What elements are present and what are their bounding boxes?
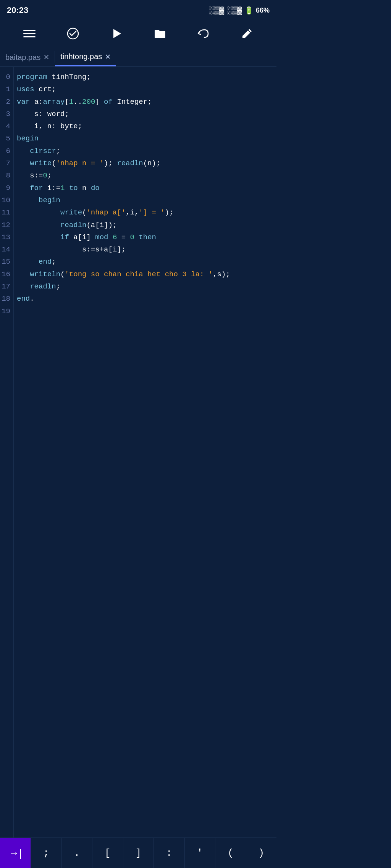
code-line-12: readln(a[i]); xyxy=(17,219,273,231)
code-line-14: s:=s+a[i]; xyxy=(17,243,273,256)
battery-icon: 🔋 xyxy=(244,6,254,15)
undo-button[interactable] xyxy=(195,25,212,42)
key-colon[interactable]: : xyxy=(153,838,184,868)
line-num-15: 15 xyxy=(0,256,13,268)
menu-icon xyxy=(23,27,36,40)
line-num-11: 11 xyxy=(0,206,13,219)
status-bar: 20:23 ░▒▓ ░▒▓ 🔋 66% xyxy=(0,0,276,20)
tab-baitap[interactable]: baitap.pas ✕ xyxy=(0,47,55,66)
code-line-10: begin xyxy=(17,194,273,206)
code-line-2: var a:array[1..200] of Integer; xyxy=(17,96,273,108)
key-semicolon[interactable]: ; xyxy=(31,838,61,868)
key-apostrophe[interactable]: ' xyxy=(184,838,215,868)
key-period[interactable]: . xyxy=(61,838,92,868)
line-num-13: 13 xyxy=(0,231,13,243)
tab-indent-button[interactable]: →| xyxy=(0,838,31,868)
line-num-14: 14 xyxy=(0,243,13,256)
line-num-8: 8 xyxy=(0,169,13,182)
code-line-7: write('nhap n = '); readln(n); xyxy=(17,157,273,169)
tab-baitap-label: baitap.pas xyxy=(5,53,40,62)
edit-icon xyxy=(241,27,253,40)
code-content[interactable]: program tinhTong; uses crt; var a:array[… xyxy=(14,67,276,837)
svg-rect-0 xyxy=(23,30,36,31)
tab-tinhtong-label: tinhtong.pas xyxy=(60,52,102,61)
code-line-9: for i:=1 to n do xyxy=(17,182,273,194)
code-line-8: s:=0; xyxy=(17,169,273,182)
line-num-19: 19 xyxy=(0,305,13,317)
code-line-5: begin xyxy=(17,132,273,145)
key-paren-close[interactable]: ) xyxy=(246,838,277,868)
svg-rect-1 xyxy=(23,33,36,34)
line-num-6: 6 xyxy=(0,145,13,157)
code-line-13: if a[i] mod 6 = 0 then xyxy=(17,231,273,243)
line-num-17: 17 xyxy=(0,280,13,293)
code-line-0: program tinhTong; xyxy=(17,71,273,83)
code-line-19 xyxy=(17,305,273,317)
tab-baitap-close[interactable]: ✕ xyxy=(44,54,49,61)
line-num-3: 3 xyxy=(0,108,13,120)
svg-rect-2 xyxy=(23,36,36,37)
code-line-15: end; xyxy=(17,256,273,268)
line-num-9: 9 xyxy=(0,182,13,194)
line-num-0: 0 xyxy=(0,71,13,83)
code-line-4: i, n: byte; xyxy=(17,120,273,132)
tab-tinhtong[interactable]: tinhtong.pas ✕ xyxy=(55,47,116,66)
line-num-1: 1 xyxy=(0,83,13,95)
code-line-17: readln; xyxy=(17,280,273,293)
line-num-18: 18 xyxy=(0,293,13,305)
key-bracket-open[interactable]: [ xyxy=(92,838,123,868)
line-num-16: 16 xyxy=(0,268,13,280)
toolbar xyxy=(0,20,276,47)
code-line-16: writeln('tong so chan chia het cho 3 la:… xyxy=(17,268,273,280)
signal-icon-2: ░▒▓ xyxy=(226,6,242,14)
check-button[interactable] xyxy=(65,25,81,42)
line-num-12: 12 xyxy=(0,219,13,231)
play-button[interactable] xyxy=(108,25,125,42)
line-numbers: 0 1 2 3 4 5 6 7 8 9 10 11 12 13 14 15 16… xyxy=(0,67,14,837)
code-line-6: clrscr; xyxy=(17,145,273,157)
svg-point-3 xyxy=(68,28,78,39)
code-line-18: end. xyxy=(17,293,273,305)
code-line-1: uses crt; xyxy=(17,83,273,95)
line-num-4: 4 xyxy=(0,120,13,132)
line-num-7: 7 xyxy=(0,157,13,169)
status-icons: ░▒▓ ░▒▓ 🔋 66% xyxy=(208,6,270,15)
svg-marker-4 xyxy=(113,29,121,38)
battery-level: 66% xyxy=(256,6,270,14)
line-num-10: 10 xyxy=(0,194,13,206)
play-icon xyxy=(110,27,123,40)
key-paren-open[interactable]: ( xyxy=(215,838,246,868)
signal-icon-1: ░▒▓ xyxy=(208,6,224,14)
code-editor: 0 1 2 3 4 5 6 7 8 9 10 11 12 13 14 15 16… xyxy=(0,67,276,837)
tab-tinhtong-close[interactable]: ✕ xyxy=(105,53,111,60)
code-line-11: write('nhap a[',i,'] = '); xyxy=(17,206,273,219)
undo-icon xyxy=(197,27,210,40)
line-num-5: 5 xyxy=(0,132,13,145)
menu-button[interactable] xyxy=(21,25,38,42)
key-bracket-close[interactable]: ] xyxy=(123,838,154,868)
line-num-2: 2 xyxy=(0,96,13,108)
tab-indent-icon: →| xyxy=(8,847,22,859)
edit-button[interactable] xyxy=(239,25,255,42)
status-time: 20:23 xyxy=(7,5,28,15)
folder-icon xyxy=(154,27,166,40)
tabs-bar: baitap.pas ✕ tinhtong.pas ✕ xyxy=(0,47,276,67)
check-icon xyxy=(67,27,79,40)
bottom-bar: →| ; . [ ] : ' ( ) xyxy=(0,837,276,868)
code-line-3: s: word; xyxy=(17,108,273,120)
folder-button[interactable] xyxy=(152,25,168,42)
